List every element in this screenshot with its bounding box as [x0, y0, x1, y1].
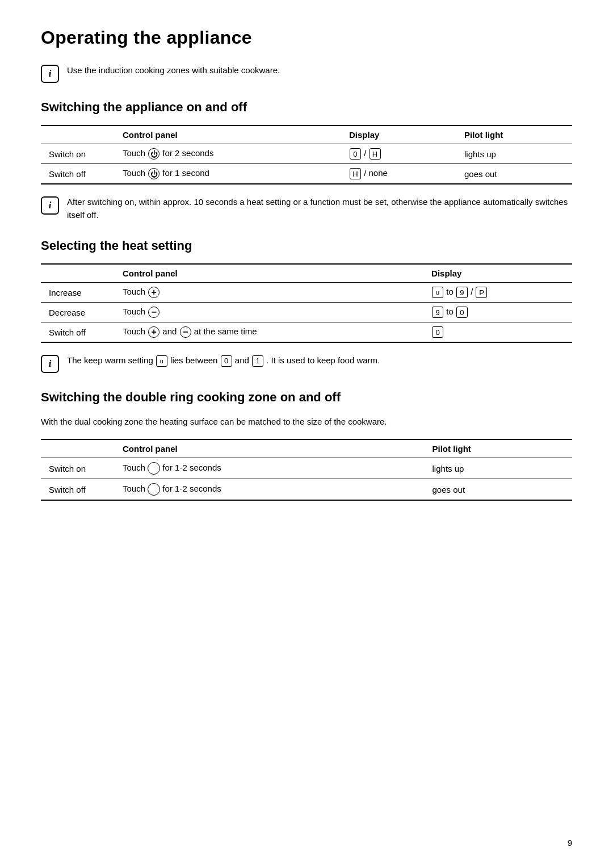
section2-col0-header [41, 264, 115, 283]
sym-0: 0 [456, 307, 468, 318]
row2-col2: H / none [341, 164, 456, 184]
sym-1: 1 [252, 355, 263, 367]
table-row: Switch off Touch ⏻ for 1 second H / none… [41, 164, 572, 184]
sym-9: 9 [456, 287, 468, 298]
section1-col3-header: Pilot light [456, 125, 572, 144]
info-text-3: The keep warm setting u lies between 0 a… [67, 354, 572, 367]
row-increase-col1: Touch + [115, 283, 423, 303]
row-increase-col0: Increase [41, 283, 115, 303]
row2-col3: goes out [456, 164, 572, 184]
row2-col1: Touch ⏻ for 1 second [115, 164, 341, 184]
table-row: Decrease Touch − 9 to 0 [41, 303, 572, 322]
section1-col0-header [41, 125, 115, 144]
plus-symbol-2: + [148, 326, 159, 338]
sym-u: u [432, 287, 443, 298]
section1-col2-header: Display [341, 125, 456, 144]
section3-col2-header: Pilot light [425, 439, 572, 458]
info-note-3: i The keep warm setting u lies between 0… [41, 354, 572, 373]
row-switchoff-col2: 0 [423, 322, 572, 343]
section3-title: Switching the double ring cooking zone o… [41, 390, 572, 405]
row-s3-off-col1: Touch for 1-2 seconds [115, 479, 425, 501]
page-number: 9 [568, 838, 572, 848]
row-decrease-col1: Touch − [115, 303, 423, 322]
sym-u2: u [156, 355, 167, 367]
big-circle-symbol-1 [148, 462, 160, 475]
section1-table: Control panel Display Pilot light Switch… [41, 125, 572, 184]
row1-col2: 0 / H [341, 144, 456, 164]
row1-col0: Switch on [41, 144, 115, 164]
section2-title: Selecting the heat setting [41, 238, 572, 253]
section3-col0-header [41, 439, 115, 458]
table-row: Increase Touch + u to 9 / P [41, 283, 572, 303]
display-sym-0: 0 [350, 148, 361, 160]
page-title: Operating the appliance [41, 27, 572, 48]
section2-col2-header: Display [423, 264, 572, 283]
row-s3-off-col2: goes out [425, 479, 572, 501]
table-row: Switch on Touch for 1-2 seconds lights u… [41, 458, 572, 479]
row-switchoff-col1: Touch + and − at the same time [115, 322, 423, 343]
info-note-2: i After switching on, within approx. 10 … [41, 196, 572, 221]
row-increase-col2: u to 9 / P [423, 283, 572, 303]
dual-zone-intro: With the dual cooking zone the heating s… [41, 415, 572, 429]
section3-table: Control panel Pilot light Switch on Touc… [41, 439, 572, 501]
section2-col1-header: Control panel [115, 264, 423, 283]
info-text-1: Use the induction cooking zones with sui… [67, 64, 572, 77]
section1-col1-header: Control panel [115, 125, 341, 144]
row-s3-off-col0: Switch off [41, 479, 115, 501]
info-icon-3: i [41, 355, 59, 373]
power-symbol: ⏻ [148, 148, 159, 160]
row-s3-on-col2: lights up [425, 458, 572, 479]
row-decrease-col2: 9 to 0 [423, 303, 572, 322]
info-icon-1: i [41, 65, 59, 83]
info-note-1: i Use the induction cooking zones with s… [41, 64, 572, 83]
section2-table: Control panel Display Increase Touch + u… [41, 263, 572, 343]
sym-P: P [476, 287, 487, 298]
section1-title: Switching the appliance on and off [41, 100, 572, 115]
row-s3-on-col1: Touch for 1-2 seconds [115, 458, 425, 479]
section3-col1-header: Control panel [115, 439, 425, 458]
display-sym-H: H [370, 148, 381, 160]
plus-symbol: + [148, 287, 159, 298]
sym-0b: 0 [432, 326, 443, 338]
row-s3-on-col0: Switch on [41, 458, 115, 479]
row2-col0: Switch off [41, 164, 115, 184]
big-circle-symbol-2 [148, 483, 160, 496]
info-text-2: After switching on, within approx. 10 se… [67, 196, 572, 221]
row1-col3: lights up [456, 144, 572, 164]
minus-symbol: − [148, 307, 159, 318]
display-sym-H2: H [350, 168, 361, 179]
row-switchoff-col0: Switch off [41, 322, 115, 343]
sym-0c: 0 [221, 355, 232, 367]
row1-col1: Touch ⏻ for 2 seconds [115, 144, 341, 164]
table-row: Switch on Touch ⏻ for 2 seconds 0 / H li… [41, 144, 572, 164]
info-icon-2: i [41, 196, 59, 215]
sym-9b: 9 [432, 307, 443, 318]
table-row: Switch off Touch + and − at the same tim… [41, 322, 572, 343]
power-symbol-2: ⏻ [148, 168, 159, 179]
table-row: Switch off Touch for 1-2 seconds goes ou… [41, 479, 572, 501]
minus-symbol-2: − [180, 326, 191, 338]
row-decrease-col0: Decrease [41, 303, 115, 322]
